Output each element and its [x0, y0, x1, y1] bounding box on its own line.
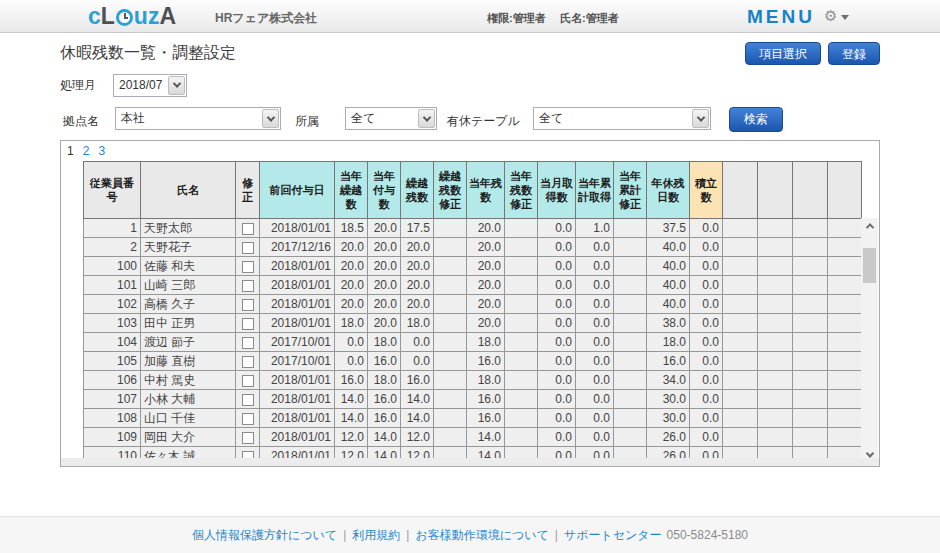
employee-name-cell: 中村 篤史: [141, 371, 236, 390]
empty-cell: [793, 314, 828, 333]
horizontal-scrollbar[interactable]: [61, 458, 879, 466]
value-cell: 16.0: [368, 390, 401, 409]
value-cell: 20.0: [401, 295, 434, 314]
item-select-button[interactable]: 項目選択: [745, 42, 821, 65]
value-cell: [505, 238, 538, 257]
empty-cell: [793, 333, 828, 352]
column-header: 繰越残数: [401, 162, 434, 219]
value-cell: 18.0: [368, 371, 401, 390]
empty-column-header: [758, 162, 793, 219]
department-select[interactable]: 全て: [345, 107, 437, 130]
page-title: 休暇残数一覧・調整設定: [60, 43, 236, 64]
column-header: 当年累計取得: [576, 162, 614, 219]
empty-cell: [828, 409, 862, 428]
value-cell: 18.5: [335, 219, 368, 238]
value-cell: [434, 390, 467, 409]
fix-checkbox[interactable]: [242, 356, 254, 368]
logo-letter: c: [88, 3, 101, 30]
search-button[interactable]: 検索: [729, 107, 783, 132]
page-link-3[interactable]: 3: [98, 144, 105, 158]
value-cell: 0.0: [576, 276, 614, 295]
grant-date-cell: 2018/01/01: [260, 390, 335, 409]
value-cell: 0.0: [690, 295, 723, 314]
footer-link[interactable]: 利用規約: [352, 527, 400, 544]
empty-cell: [758, 238, 793, 257]
employee-number-cell: 108: [84, 409, 141, 428]
value-cell: 0.0: [335, 352, 368, 371]
processing-month-select[interactable]: 2018/07: [113, 74, 187, 97]
empty-cell: [723, 276, 758, 295]
column-header: 当月取得数: [538, 162, 576, 219]
fix-checkbox[interactable]: [242, 261, 254, 273]
grant-date-cell: 2017/10/01: [260, 352, 335, 371]
employee-name-cell: 山口 千佳: [141, 409, 236, 428]
value-cell: [614, 295, 647, 314]
value-cell: 0.0: [576, 257, 614, 276]
scroll-up-arrow[interactable]: [861, 218, 878, 234]
empty-cell: [828, 238, 862, 257]
page-link-2[interactable]: 2: [83, 144, 90, 158]
register-button[interactable]: 登録: [828, 42, 880, 65]
value-cell: 0.0: [690, 238, 723, 257]
value-cell: 16.0: [401, 371, 434, 390]
leave-table-select[interactable]: 全て: [533, 107, 711, 130]
menu-button[interactable]: MENU: [747, 6, 815, 28]
value-cell: 0.0: [690, 257, 723, 276]
value-cell: 0.0: [538, 409, 576, 428]
settings-dropdown[interactable]: ⚙: [824, 7, 849, 25]
fix-checkbox[interactable]: [242, 318, 254, 330]
table-row: 104渡辺 節子2017/10/010.018.00.018.00.00.018…: [84, 333, 862, 352]
fix-checkbox[interactable]: [242, 299, 254, 311]
footer-link[interactable]: お客様動作環境について: [415, 527, 548, 544]
department-value: 全て: [351, 110, 375, 127]
fix-checkbox[interactable]: [242, 375, 254, 387]
fix-checkbox[interactable]: [242, 413, 254, 425]
value-cell: [614, 314, 647, 333]
column-header: 氏名: [141, 162, 236, 219]
value-cell: [434, 428, 467, 447]
empty-cell: [758, 295, 793, 314]
value-cell: [505, 390, 538, 409]
value-cell: 30.0: [647, 390, 690, 409]
app-logo[interactable]: c L uz A: [88, 3, 176, 30]
value-cell: 20.0: [368, 219, 401, 238]
footer-separator: |: [343, 528, 346, 542]
fix-checkbox-cell: [236, 409, 260, 428]
empty-column-header: [793, 162, 828, 219]
vertical-scrollbar[interactable]: [861, 218, 878, 460]
empty-cell: [723, 257, 758, 276]
value-cell: 16.0: [647, 352, 690, 371]
value-cell: 0.0: [538, 219, 576, 238]
fix-checkbox[interactable]: [242, 432, 254, 444]
leave-table-label: 有休テーブル: [447, 113, 520, 130]
fix-checkbox[interactable]: [242, 242, 254, 254]
location-select[interactable]: 本社: [115, 107, 281, 130]
value-cell: [505, 295, 538, 314]
employee-number-cell: 100: [84, 257, 141, 276]
scrollbar-thumb[interactable]: [863, 248, 876, 283]
value-cell: 0.0: [538, 276, 576, 295]
employee-number-cell: 2: [84, 238, 141, 257]
value-cell: 18.0: [647, 333, 690, 352]
employee-name-cell: 岡田 大介: [141, 428, 236, 447]
footer-link[interactable]: 個人情報保護方針について: [192, 527, 337, 544]
value-cell: 0.0: [690, 333, 723, 352]
footer-link[interactable]: サポートセンター: [564, 527, 662, 544]
topbar: c L uz A HRフェア株式会社 権限:管理者 氏名:管理者 MENU ⚙: [0, 0, 940, 33]
value-cell: 40.0: [647, 276, 690, 295]
grant-date-cell: 2018/01/01: [260, 371, 335, 390]
fix-checkbox[interactable]: [242, 394, 254, 406]
value-cell: 16.0: [368, 352, 401, 371]
fix-checkbox-cell: [236, 390, 260, 409]
value-cell: 16.0: [467, 390, 505, 409]
fix-checkbox[interactable]: [242, 280, 254, 292]
empty-cell: [723, 238, 758, 257]
employee-number-cell: 109: [84, 428, 141, 447]
empty-cell: [758, 390, 793, 409]
fix-checkbox[interactable]: [242, 337, 254, 349]
grant-date-cell: 2018/01/01: [260, 276, 335, 295]
value-cell: 0.0: [576, 428, 614, 447]
fix-checkbox[interactable]: [242, 223, 254, 235]
value-cell: 18.0: [335, 314, 368, 333]
table-row: 105加藤 直樹2017/10/010.016.00.016.00.00.016…: [84, 352, 862, 371]
